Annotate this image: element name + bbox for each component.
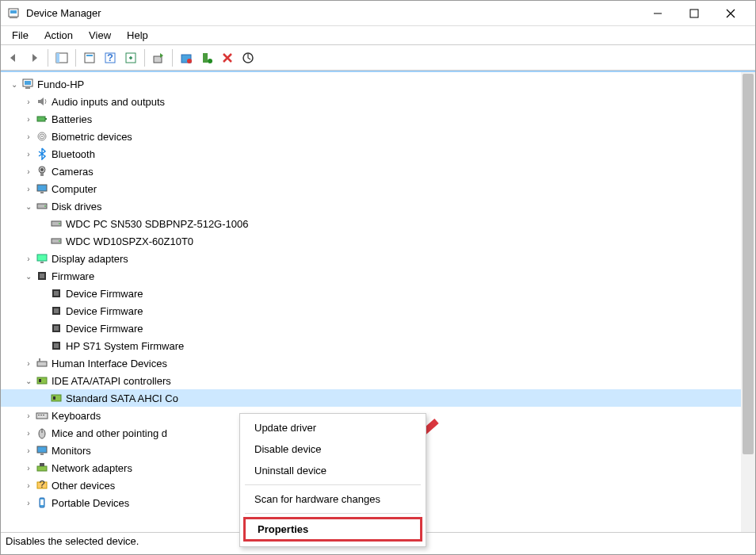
tree-ide[interactable]: ⌄ IDE ATA/ATAPI controllers [1,372,741,389]
svg-rect-66 [40,463,44,466]
tree-fw-4[interactable]: HP S71 System Firmware [1,337,741,354]
tree-sata-controller[interactable]: Standard SATA AHCI Co [1,389,741,407]
chevron-down-icon[interactable]: ⌄ [23,377,34,385]
chevron-right-icon[interactable]: › [23,150,34,159]
status-text: Disables the selected device. [6,535,139,547]
ctx-update-driver[interactable]: Update driver [240,417,426,438]
chevron-right-icon[interactable]: › [23,132,34,141]
context-menu: Update driver Disable device Uninstall d… [239,413,426,547]
portable-icon [36,496,48,509]
node-label: Audio inputs and outputs [52,96,165,108]
tree-display[interactable]: › Display adapters [1,250,741,267]
disable-button[interactable] [177,48,196,67]
ctx-properties[interactable]: Properties [243,517,422,542]
tree-disk-1[interactable]: WDC PC SN530 SDBPNPZ-512G-1006 [1,215,741,232]
svg-rect-60 [43,415,44,415]
update-driver-button[interactable] [149,48,168,67]
chevron-down-icon[interactable]: ⌄ [9,80,20,89]
chevron-right-icon[interactable]: › [23,167,34,176]
node-label: Device Firmware [66,323,143,335]
chevron-right-icon[interactable]: › [23,481,34,490]
chevron-right-icon[interactable]: › [23,499,34,507]
tree-bluetooth[interactable]: › Bluetooth [1,145,741,163]
back-button[interactable] [4,48,23,67]
tree-fw-1[interactable]: Device Firmware [1,285,741,302]
tree-hid[interactable]: › Human Interface Devices [1,354,741,372]
menu-file[interactable]: File [4,28,36,43]
node-label: WDC PC SN530 SDBPNPZ-512G-1006 [66,218,248,230]
computer-icon [21,78,34,90]
show-hide-tree-button[interactable] [52,48,71,67]
svg-rect-40 [40,262,44,263]
chevron-right-icon[interactable]: › [23,98,34,106]
ctx-uninstall-device[interactable]: Uninstall device [240,460,426,481]
node-label: Biometric devices [52,131,132,143]
svg-rect-2 [10,17,17,18]
chip-icon [50,304,63,317]
menu-view[interactable]: View [81,28,119,43]
vertical-scrollbar[interactable] [741,72,755,532]
display-icon [36,252,48,265]
title-bar: Device Manager [1,1,755,26]
tree-firmware[interactable]: ⌄ Firmware [1,267,741,285]
svg-rect-52 [39,358,40,362]
tree-computer[interactable]: › Computer [1,180,741,197]
tree-root[interactable]: ⌄ Fundo-HP [1,75,741,93]
chevron-right-icon[interactable]: › [23,255,34,263]
menu-help[interactable]: Help [119,28,156,43]
tree-fw-3[interactable]: Device Firmware [1,320,741,337]
node-label: Firmware [52,270,94,282]
svg-rect-57 [36,413,48,419]
svg-rect-17 [203,53,208,63]
tree-disk-2[interactable]: WDC WD10SPZX-60Z10T0 [1,232,741,250]
node-label: Computer [52,183,97,195]
close-button[interactable] [712,1,749,26]
menu-action[interactable]: Action [36,28,81,43]
tree-audio[interactable]: › Audio inputs and outputs [1,93,741,110]
tree-batteries[interactable]: › Batteries [1,110,741,128]
svg-rect-10 [86,55,93,56]
node-label: Device Firmware [66,288,143,300]
svg-rect-59 [40,415,42,415]
scrollbar-thumb[interactable] [743,74,754,454]
ctx-disable-device[interactable]: Disable device [240,438,426,460]
svg-rect-44 [54,291,59,296]
properties-button[interactable] [80,48,99,67]
chevron-right-icon[interactable]: › [23,429,34,438]
chevron-right-icon[interactable]: › [23,446,34,455]
maximize-button[interactable] [676,1,712,26]
monitor-icon [36,444,48,457]
svg-rect-30 [40,173,44,176]
svg-rect-65 [37,466,47,471]
chevron-right-icon[interactable]: › [23,411,34,420]
svg-rect-54 [39,379,41,382]
chevron-right-icon[interactable]: › [23,464,34,473]
node-label: Fundo-HP [37,78,84,90]
tree-disk-drives[interactable]: ⌄ Disk drives [1,197,741,215]
uninstall-button[interactable] [218,48,237,67]
app-icon [7,7,20,20]
minimize-button[interactable] [640,1,676,26]
chevron-down-icon[interactable]: ⌄ [23,272,34,281]
chevron-right-icon[interactable]: › [23,359,34,368]
svg-rect-58 [38,415,40,415]
svg-rect-32 [40,192,44,193]
tree-fw-2[interactable]: Device Firmware [1,302,741,320]
enable-button[interactable] [197,48,216,67]
svg-rect-64 [40,454,44,455]
tree-biometric[interactable]: › Biometric devices [1,128,741,145]
disk-icon [36,200,48,212]
node-label: Keyboards [52,410,101,422]
tree-cameras[interactable]: › Cameras [1,163,741,180]
svg-rect-56 [53,396,55,400]
scan-hardware-button[interactable] [239,48,258,67]
ctx-scan-hardware[interactable]: Scan for hardware changes [240,488,426,510]
forward-button[interactable] [25,48,44,67]
separator [245,513,421,514]
help-button[interactable]: ? [101,48,120,67]
action-button[interactable] [121,48,140,67]
chevron-down-icon[interactable]: ⌄ [23,202,34,211]
chevron-right-icon[interactable]: › [23,115,34,124]
chevron-right-icon[interactable]: › [23,185,34,193]
toolbar: ? [1,45,755,71]
